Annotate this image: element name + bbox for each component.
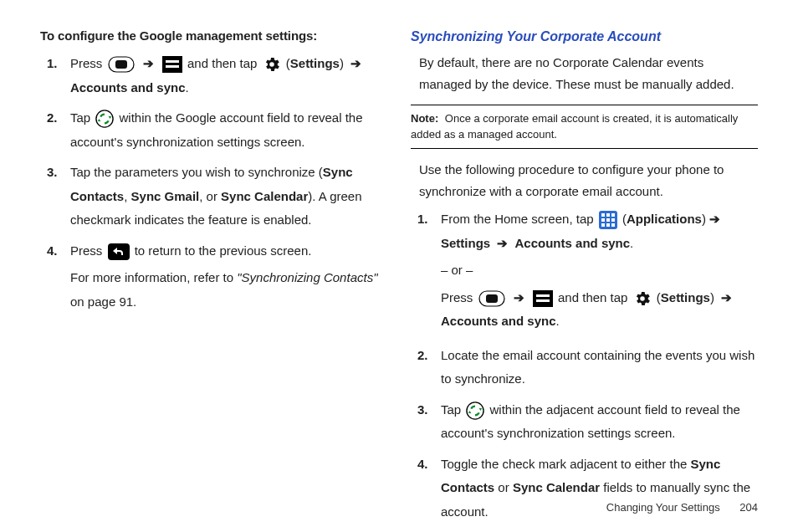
menu-button-icon [162, 56, 182, 73]
arrow-icon: ➔ [350, 52, 361, 76]
svg-rect-15 [606, 223, 610, 227]
sync-circle-icon [95, 110, 114, 128]
menu-button-icon [533, 290, 553, 307]
svg-rect-16 [611, 223, 615, 227]
step-number: 1. [417, 207, 428, 232]
list-item: 2. Tap within the Google account field t… [70, 106, 387, 154]
arrow-icon: ➔ [497, 232, 508, 256]
corporate-steps-list: 1. From the Home screen, tap (Applicatio… [411, 207, 758, 524]
corporate-sync-heading: Synchronizing Your Corporate Account [411, 25, 758, 49]
step-number: 4. [417, 453, 428, 477]
note-label: Note: [411, 112, 438, 125]
svg-rect-9 [606, 213, 610, 217]
svg-rect-3 [166, 60, 179, 63]
step-text: Tap the parameters you wish to synchroni… [70, 165, 362, 227]
google-settings-heading: To configure the Google management setti… [40, 25, 387, 47]
apps-grid-icon [599, 211, 617, 229]
svg-rect-2 [162, 56, 182, 73]
note-block: Note: Once a corporate email account is … [411, 105, 758, 149]
step-text: Tap within the adjacent account field to… [441, 402, 740, 441]
svg-point-22 [467, 402, 483, 418]
step-text: From the Home screen, tap (Applications)… [441, 207, 758, 255]
arrow-icon: ➔ [709, 207, 720, 232]
step-number: 3. [47, 161, 58, 185]
home-button-icon [108, 56, 135, 73]
step-number: 4. [47, 239, 58, 263]
step-number: 2. [47, 106, 58, 130]
svg-rect-19 [533, 290, 553, 307]
svg-rect-18 [486, 294, 498, 303]
arrow-icon: ➔ [514, 286, 524, 310]
page-body: To configure the Google management setti… [0, 0, 798, 530]
step-text: Tap within the Google account field to r… [70, 110, 363, 149]
step-number: 1. [47, 52, 58, 76]
home-button-icon [478, 290, 505, 307]
svg-rect-21 [536, 299, 550, 302]
sync-circle-icon [466, 402, 484, 420]
gear-icon [263, 55, 281, 74]
step-extra: For more information, refer to "Synchron… [70, 266, 387, 314]
list-item: 3. Tap within the adjacent account field… [441, 398, 758, 446]
svg-rect-1 [115, 60, 127, 69]
gear-icon [633, 289, 652, 308]
arrow-icon: ➔ [721, 286, 732, 310]
svg-rect-13 [611, 218, 615, 222]
list-item: 1. From the Home screen, tap (Applicatio… [441, 207, 758, 334]
left-column: To configure the Google management setti… [40, 25, 387, 530]
step-number: 3. [417, 398, 428, 422]
list-item: 2. Locate the email account containing t… [441, 344, 758, 391]
list-item: 3. Tap the parameters you wish to synchr… [70, 161, 387, 233]
step-number: 2. [417, 344, 428, 368]
arrow-icon: ➔ [143, 52, 154, 76]
svg-rect-20 [536, 294, 550, 297]
svg-point-5 [96, 110, 113, 127]
list-item: 4. Press to return to the previous scree… [70, 239, 387, 315]
svg-rect-14 [601, 223, 605, 227]
svg-rect-12 [606, 218, 610, 222]
right-column: Synchronizing Your Corporate Account By … [411, 25, 758, 530]
svg-rect-11 [601, 218, 605, 222]
google-steps-list: 1. Press ➔ and then tap (Settings) [40, 52, 387, 314]
page-footer: Changing Your Settings 204 [606, 501, 758, 514]
footer-section: Changing Your Settings [606, 501, 720, 514]
lead-paragraph: Use the following procedure to configure… [411, 159, 758, 203]
svg-rect-10 [611, 213, 615, 217]
back-button-icon [108, 243, 130, 260]
page-number: 204 [739, 501, 758, 514]
step-text: Press ➔ and then tap (Settings) ➔ Accoun… [70, 56, 365, 95]
step-text: Locate the email account containing the … [441, 348, 755, 386]
svg-rect-4 [166, 65, 179, 68]
or-separator: – or – [441, 258, 758, 283]
step-text: Press to return to the previous screen. [70, 243, 311, 258]
svg-rect-8 [601, 213, 605, 217]
intro-paragraph: By default, there are no Corporate Calen… [419, 52, 758, 96]
list-item: 1. Press ➔ and then tap (Settings) [70, 52, 387, 100]
step-alt: Press ➔ and then tap (Settings) ➔ Accoun… [441, 286, 758, 334]
